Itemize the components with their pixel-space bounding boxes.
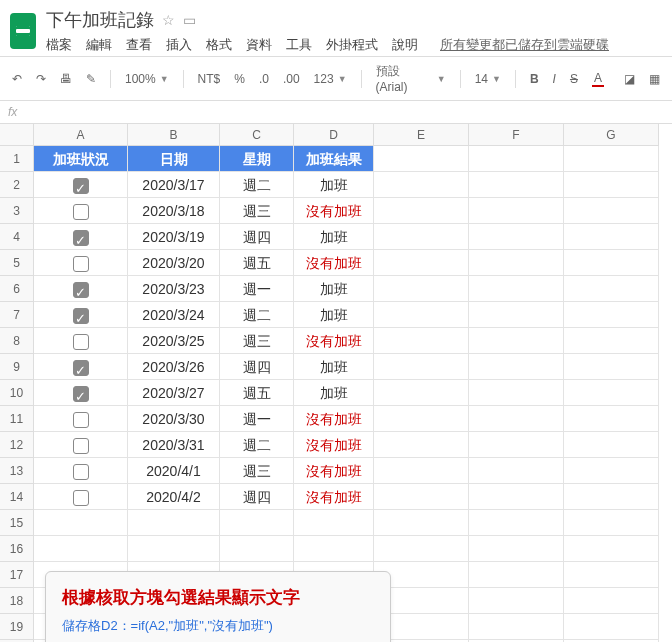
checkbox-icon[interactable] — [73, 334, 89, 350]
empty-cell[interactable] — [564, 562, 659, 588]
checkbox-icon[interactable] — [73, 282, 89, 298]
empty-cell[interactable] — [564, 354, 659, 380]
col-header-E[interactable]: E — [374, 124, 469, 146]
weekday-cell[interactable]: 週三 — [220, 198, 294, 224]
checkbox-cell[interactable] — [34, 380, 128, 406]
result-cell[interactable]: 沒有加班 — [294, 406, 374, 432]
empty-cell[interactable] — [469, 146, 564, 172]
empty-cell[interactable] — [374, 276, 469, 302]
row-header[interactable]: 18 — [0, 588, 34, 614]
checkbox-icon[interactable] — [73, 204, 89, 220]
empty-cell[interactable] — [374, 406, 469, 432]
empty-cell[interactable] — [564, 380, 659, 406]
checkbox-icon[interactable] — [73, 360, 89, 376]
menu-tools[interactable]: 工具 — [286, 36, 312, 54]
empty-cell[interactable] — [374, 172, 469, 198]
result-cell[interactable]: 沒有加班 — [294, 458, 374, 484]
empty-cell[interactable] — [469, 562, 564, 588]
weekday-cell[interactable]: 週二 — [220, 302, 294, 328]
weekday-cell[interactable]: 週二 — [220, 432, 294, 458]
empty-cell[interactable] — [374, 198, 469, 224]
empty-cell[interactable] — [128, 536, 220, 562]
empty-cell[interactable] — [564, 146, 659, 172]
empty-cell[interactable] — [564, 588, 659, 614]
weekday-cell[interactable]: 週一 — [220, 276, 294, 302]
result-cell[interactable]: 加班 — [294, 276, 374, 302]
star-icon[interactable]: ☆ — [162, 12, 175, 28]
undo-icon[interactable]: ↶ — [8, 70, 26, 88]
checkbox-icon[interactable] — [73, 438, 89, 454]
empty-cell[interactable] — [564, 328, 659, 354]
date-cell[interactable]: 2020/3/25 — [128, 328, 220, 354]
empty-cell[interactable] — [564, 172, 659, 198]
currency-button[interactable]: NT$ — [194, 70, 225, 88]
checkbox-icon[interactable] — [73, 412, 89, 428]
select-all-corner[interactable] — [0, 124, 34, 146]
date-cell[interactable]: 2020/4/1 — [128, 458, 220, 484]
empty-cell[interactable] — [564, 406, 659, 432]
checkbox-icon[interactable] — [73, 256, 89, 272]
empty-cell[interactable] — [128, 510, 220, 536]
row-header[interactable]: 11 — [0, 406, 34, 432]
date-cell[interactable]: 2020/4/2 — [128, 484, 220, 510]
empty-cell[interactable] — [469, 432, 564, 458]
checkbox-cell[interactable] — [34, 328, 128, 354]
menu-format[interactable]: 格式 — [206, 36, 232, 54]
menu-data[interactable]: 資料 — [246, 36, 272, 54]
checkbox-cell[interactable] — [34, 276, 128, 302]
row-header[interactable]: 5 — [0, 250, 34, 276]
weekday-cell[interactable]: 週四 — [220, 224, 294, 250]
empty-cell[interactable] — [220, 510, 294, 536]
print-icon[interactable]: 🖶 — [56, 70, 76, 88]
checkbox-cell[interactable] — [34, 432, 128, 458]
header-cell[interactable]: 加班狀況 — [34, 146, 128, 172]
empty-cell[interactable] — [374, 458, 469, 484]
checkbox-icon[interactable] — [73, 230, 89, 246]
menu-help[interactable]: 說明 — [392, 36, 418, 54]
empty-cell[interactable] — [374, 250, 469, 276]
empty-cell[interactable] — [564, 458, 659, 484]
empty-cell[interactable] — [469, 380, 564, 406]
empty-cell[interactable] — [469, 198, 564, 224]
empty-cell[interactable] — [564, 224, 659, 250]
empty-cell[interactable] — [469, 224, 564, 250]
empty-cell[interactable] — [469, 328, 564, 354]
empty-cell[interactable] — [294, 510, 374, 536]
font-size-select[interactable]: 14▼ — [471, 70, 505, 88]
weekday-cell[interactable]: 週三 — [220, 328, 294, 354]
save-status[interactable]: 所有變更都已儲存到雲端硬碟 — [440, 36, 609, 54]
checkbox-cell[interactable] — [34, 198, 128, 224]
col-header-D[interactable]: D — [294, 124, 374, 146]
result-cell[interactable]: 沒有加班 — [294, 198, 374, 224]
empty-cell[interactable] — [469, 406, 564, 432]
menu-file[interactable]: 檔案 — [46, 36, 72, 54]
row-header[interactable]: 17 — [0, 562, 34, 588]
bold-button[interactable]: B — [526, 70, 543, 88]
empty-cell[interactable] — [374, 354, 469, 380]
checkbox-cell[interactable] — [34, 354, 128, 380]
empty-cell[interactable] — [469, 172, 564, 198]
empty-cell[interactable] — [469, 354, 564, 380]
empty-cell[interactable] — [564, 302, 659, 328]
empty-cell[interactable] — [469, 250, 564, 276]
empty-cell[interactable] — [469, 484, 564, 510]
checkbox-icon[interactable] — [73, 308, 89, 324]
empty-cell[interactable] — [34, 510, 128, 536]
header-cell[interactable]: 星期 — [220, 146, 294, 172]
empty-cell[interactable] — [220, 536, 294, 562]
empty-cell[interactable] — [374, 536, 469, 562]
menu-edit[interactable]: 編輯 — [86, 36, 112, 54]
col-header-G[interactable]: G — [564, 124, 659, 146]
checkbox-cell[interactable] — [34, 484, 128, 510]
row-header[interactable]: 13 — [0, 458, 34, 484]
empty-cell[interactable] — [469, 536, 564, 562]
empty-cell[interactable] — [34, 536, 128, 562]
result-cell[interactable]: 沒有加班 — [294, 328, 374, 354]
weekday-cell[interactable]: 週三 — [220, 458, 294, 484]
result-cell[interactable]: 加班 — [294, 354, 374, 380]
row-header[interactable]: 10 — [0, 380, 34, 406]
font-select[interactable]: 預設 (Arial)▼ — [372, 61, 450, 96]
date-cell[interactable]: 2020/3/23 — [128, 276, 220, 302]
paint-format-icon[interactable]: ✎ — [82, 70, 100, 88]
empty-cell[interactable] — [469, 614, 564, 640]
